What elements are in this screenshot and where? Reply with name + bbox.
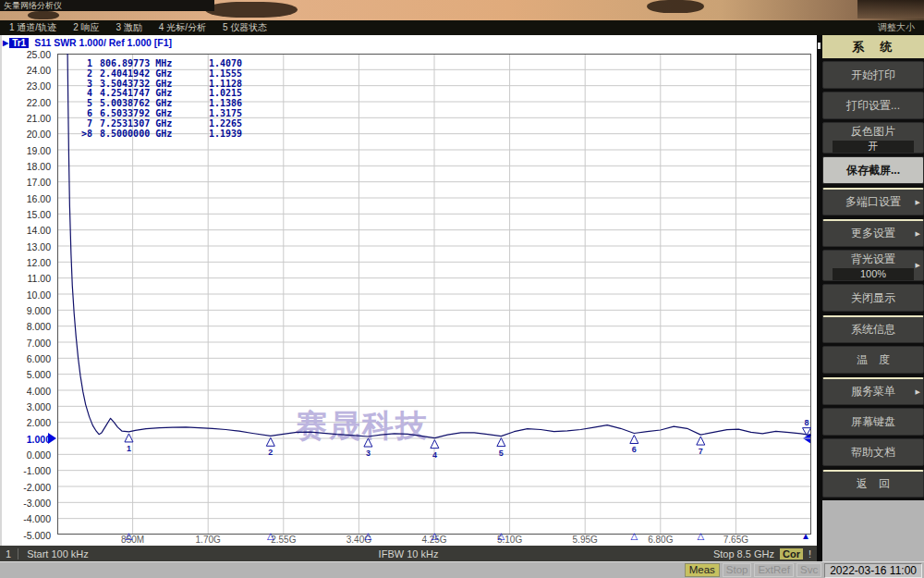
y-axis-label: 9.000 [27,305,51,316]
trace-marker-2-icon[interactable] [266,437,274,446]
axis-marker-6-icon[interactable]: △ [630,531,638,541]
marker-value: 1.2265 [207,119,242,129]
menu-bar: 1 通道/轨迹2 响应3 激励4 光标/分析5 仪器状态 调整大小 [0,20,924,35]
sidebar-button-start-print[interactable]: 开始打印 [822,61,924,89]
y-axis-label: 17.00 [27,177,51,188]
marker-table-row: >88.5000000 GHz1.1939 [72,129,242,140]
ifbw-label[interactable]: IFBW 10 kHz [379,548,439,560]
trace-marker-8-number: 8 [804,418,808,427]
trace-marker-4-number: 4 [432,450,437,460]
trace-measurement-label[interactable]: S11 SWR 1.000/ Ref 1.000 [F1] [34,37,172,48]
axis-marker-1-icon[interactable]: △ [126,531,133,541]
y-axis-label: 14.00 [27,225,51,236]
menu-item-stimulus[interactable]: 3 激励 [116,21,141,34]
axis-marker-8-icon[interactable]: ▲ [801,531,810,541]
reference-level-arrow-left-icon [48,433,56,444]
y-axis-label: 25.00 [27,49,51,60]
y-axis-label: 23.00 [27,80,51,92]
x-axis-label: 5.95G [573,535,598,545]
menu-item-instrument-state[interactable]: 5 仪器状态 [223,21,267,34]
sidebar-button-label: 更多设置 [851,226,895,241]
trace-marker-1-number: 1 [127,444,131,453]
y-axis-label: -4.000 [23,513,51,524]
y-axis-label: 4.000 [27,386,51,397]
trace-marker-5-icon[interactable] [497,438,505,447]
alert-indicator: ! [808,548,811,560]
sidebar-button-state: 开 [833,141,914,153]
correction-status-badge: Cor [780,548,803,560]
marker-number: >8 [72,129,92,140]
sidebar-button-label: 多端口设置 [845,194,901,210]
axis-marker-3-icon[interactable]: △ [365,531,372,541]
sidebar-button-invert-image[interactable]: 反色图片开 [822,122,924,154]
axis-marker-2-icon[interactable]: △ [267,531,274,541]
sidebar-button-screen-keyboard[interactable]: 屏幕键盘 [822,408,924,436]
y-axis-label: -2.000 [23,482,51,493]
marker-readout-table: 1806.89773 MHz1.407022.4041942 GHz1.1555… [72,59,242,139]
axis-marker-5-icon[interactable]: △ [498,531,505,541]
sidebar-button-multiport-settings[interactable]: 多端口设置▶ [822,188,924,215]
vna-application-window: 矢量网络分析仪 1 通道/轨迹2 响应3 激励4 光标/分析5 仪器状态 调整大… [0,0,924,578]
y-axis-label: 19.00 [27,145,51,156]
meas-status-badge: Meas [685,563,720,577]
sidebar-button-help-docs[interactable]: 帮助文档 [822,438,924,466]
svc-status-badge: Svc [796,563,821,577]
sidebar-button-temperature[interactable]: 温 度 [822,346,924,374]
trace-marker-4-icon[interactable] [431,440,439,449]
y-axis-label: 11.00 [28,273,52,284]
menu-resize-button[interactable]: 调整大小 [878,21,915,34]
marker-frequency: 8.5000000 GHz [92,129,207,140]
y-axis-label: 13.00 [27,241,51,252]
marker-frequency: 2.4041942 GHz [92,69,207,80]
trace-marker-6-icon[interactable] [630,435,638,443]
stop-status-badge: Stop [723,563,752,577]
watermark-text: 赛晟科技 [295,408,429,443]
sidebar-button-back[interactable]: 返 回 [822,470,924,498]
sidebar-scrollbar-thumb[interactable] [818,43,821,49]
system-softkey-sidebar: 系 统 开始打印打印设置...反色图片开保存截屏...多端口设置▶更多设置▶背光… [817,35,924,561]
sidebar-button-label: 打印设置... [846,98,900,114]
sidebar-button-label: 背光设置 [851,252,895,267]
sidebar-button-system-info[interactable]: 系统信息 [822,315,924,343]
clock: 2022-03-16 11:00 [824,563,922,578]
stop-frequency-label[interactable]: Stop 8.5 GHz [713,548,774,560]
desktop-background-shape [205,2,298,18]
sidebar-button-more-settings[interactable]: 更多设置▶ [822,219,924,247]
axis-marker-7-icon[interactable]: △ [697,531,704,541]
sidebar-button-label: 温 度 [857,352,890,368]
y-axis-label: 8.000 [27,321,51,332]
trace-marker-2-number: 2 [268,448,273,457]
trace-marker-3-number: 3 [366,449,371,458]
menu-items: 1 通道/轨迹2 响应3 激励4 光标/分析5 仪器状态 [9,21,267,34]
trace-marker-1-icon[interactable] [125,434,133,442]
sidebar-button-label: 系统信息 [851,322,895,338]
y-axis-label: 5.000 [27,369,51,380]
sidebar-button-label: 返 回 [857,476,890,492]
x-axis-label: 1.70G [196,535,221,545]
sidebar-button-save-screenshot[interactable]: 保存截屏... [822,156,924,184]
sidebar-button-backlight-settings[interactable]: 背光设置100%▶ [822,250,924,281]
x-axis-label: 7.65G [723,535,748,545]
sidebar-button-close-display[interactable]: 关闭显示 [822,284,924,312]
y-axis-label: 24.00 [27,65,51,76]
trace-marker-5-number: 5 [499,449,504,458]
y-axis-label: 3.000 [27,401,51,412]
menu-item-marker-analysis[interactable]: 4 光标/分析 [159,21,206,34]
marker-number: 2 [72,69,92,80]
start-frequency-label[interactable]: Start 100 kHz [27,548,89,560]
x-axis-label: 6.80G [648,535,673,545]
desktop-background-shape [857,0,924,18]
menu-item-channel-trace[interactable]: 1 通道/轨迹 [9,21,56,34]
y-axis-label: 6.000 [27,353,51,364]
sidebar-button-label: 屏幕键盘 [851,414,895,430]
y-axis-label: 15.00 [27,209,51,220]
sidebar-empty-area [822,500,924,561]
trace-marker-7-number: 7 [699,447,703,456]
sweep-status-bar: 1 Start 100 kHz IFBW 10 kHz Stop 8.5 GHz… [0,546,817,561]
menu-item-response[interactable]: 2 响应 [73,21,99,34]
sidebar-button-service-menu[interactable]: 服务菜单▶ [822,377,924,405]
trace-marker-7-icon[interactable] [697,437,705,445]
sidebar-button-print-settings[interactable]: 打印设置... [822,92,924,119]
axis-marker-4-icon[interactable]: △ [432,531,439,541]
y-axis-label: -3.000 [23,498,51,509]
